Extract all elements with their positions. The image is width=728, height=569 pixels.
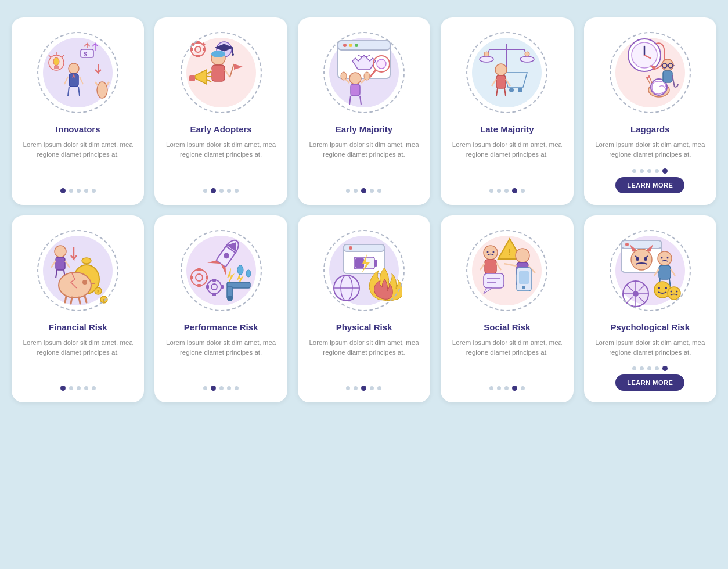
dots-financial-risk	[60, 386, 96, 391]
card-psychological-risk: Psychological Risk Lorem ipsum dolor sit…	[584, 215, 716, 403]
illustration-early-adopters	[178, 29, 265, 116]
dot-3	[370, 386, 374, 390]
card-desc-financial-risk: Lorem ipsum dolor sit dim amet, mea regi…	[21, 338, 135, 358]
dot-4	[662, 366, 668, 371]
card-desc-physical-risk: Lorem ipsum dolor sit dim amet, mea regi…	[307, 338, 421, 358]
card-desc-innovators: Lorem ipsum dolor sit dim amet, mea regi…	[21, 140, 135, 160]
illustration-financial-risk: $	[34, 227, 121, 314]
card-title-physical-risk: Physical Risk	[336, 322, 392, 332]
dots-performance-risk	[203, 386, 239, 391]
dot-1	[69, 189, 73, 193]
dot-3	[370, 189, 374, 193]
dot-1	[640, 366, 644, 370]
card-desc-laggards: Lorem ipsum dolor sit dim amet, mea regi…	[593, 140, 707, 160]
dots-early-adopters	[203, 188, 239, 193]
dot-3	[512, 188, 517, 193]
cards-row-2: $	[12, 215, 716, 403]
dot-2	[361, 188, 366, 193]
dot-0	[632, 169, 636, 173]
dot-4	[92, 386, 96, 390]
card-title-laggards: Laggards	[630, 124, 670, 134]
card-desc-performance-risk: Lorem ipsum dolor sit dim amet, mea regi…	[164, 338, 277, 358]
dot-4	[92, 189, 96, 193]
dots-late-majority	[489, 188, 525, 193]
illustration-early-majority	[320, 29, 408, 116]
card-title-social-risk: Social Risk	[484, 322, 530, 332]
dot-3	[227, 386, 231, 390]
dot-2	[219, 189, 224, 193]
card-performance-risk: Performance Risk Lorem ipsum dolor sit d…	[154, 215, 287, 403]
dot-0	[203, 386, 207, 390]
illustration-social-risk: !	[463, 227, 550, 314]
dot-4	[235, 189, 239, 193]
dot-3	[655, 366, 659, 370]
dot-0	[346, 386, 350, 390]
card-desc-late-majority: Lorem ipsum dolor sit dim amet, mea regi…	[450, 140, 564, 160]
dot-0	[489, 386, 493, 390]
dot-1	[211, 386, 216, 391]
cards-row-1: $	[12, 17, 716, 205]
dot-4	[521, 189, 525, 193]
card-title-psychological-risk: Psychological Risk	[610, 322, 690, 332]
learn-more-button-laggards[interactable]: LEARN MORE	[615, 177, 684, 193]
card-title-performance-risk: Performance Risk	[184, 322, 258, 332]
card-social-risk: !	[441, 215, 573, 403]
card-desc-psychological-risk: Lorem ipsum dolor sit dim amet, mea regi…	[593, 338, 707, 358]
dot-1	[497, 189, 501, 193]
card-innovators: $	[12, 17, 144, 205]
dot-1	[497, 386, 501, 390]
dot-0	[346, 189, 350, 193]
card-desc-social-risk: Lorem ipsum dolor sit dim amet, mea regi…	[450, 338, 564, 358]
dot-0	[203, 189, 207, 193]
dot-0	[489, 189, 493, 193]
dots-physical-risk	[346, 386, 381, 391]
dot-0	[60, 188, 66, 193]
illustration-laggards	[607, 29, 694, 116]
dot-1	[211, 188, 216, 193]
dot-1	[354, 386, 358, 390]
dot-4	[377, 386, 381, 390]
card-late-majority: Late Majority Lorem ipsum dolor sit dim …	[441, 17, 573, 205]
dot-2	[219, 386, 224, 390]
illustration-physical-risk	[320, 227, 408, 314]
dot-2	[647, 366, 651, 370]
illustration-psychological-risk	[607, 227, 694, 314]
card-title-late-majority: Late Majority	[480, 124, 534, 134]
card-title-innovators: Innovators	[56, 124, 100, 134]
dot-1	[69, 386, 73, 390]
dot-3	[227, 189, 231, 193]
dot-4	[662, 168, 668, 174]
dot-3	[84, 386, 88, 390]
dot-4	[235, 386, 239, 390]
dot-1	[640, 169, 644, 173]
dot-0	[632, 366, 636, 370]
dot-3	[512, 386, 517, 391]
dot-2	[504, 189, 509, 193]
dot-2	[77, 386, 81, 390]
learn-more-button-psychological-risk[interactable]: LEARN MORE	[615, 374, 684, 391]
dot-4	[521, 386, 525, 390]
dots-innovators	[60, 188, 96, 193]
card-early-majority: Early Majority Lorem ipsum dolor sit dim…	[298, 17, 430, 205]
illustration-innovators: $	[34, 29, 121, 116]
illustration-performance-risk	[178, 227, 265, 314]
card-laggards: Laggards Lorem ipsum dolor sit dim amet,…	[584, 17, 716, 205]
card-title-early-majority: Early Majority	[336, 124, 392, 134]
card-title-early-adopters: Early Adopters	[190, 124, 252, 134]
dot-2	[361, 386, 366, 391]
dots-psychological-risk	[632, 366, 668, 371]
card-desc-early-adopters: Lorem ipsum dolor sit dim amet, mea regi…	[164, 140, 277, 160]
dot-3	[84, 189, 88, 193]
card-financial-risk: $	[12, 215, 144, 403]
dot-2	[647, 169, 651, 173]
dot-3	[655, 169, 659, 173]
dot-4	[377, 189, 381, 193]
card-early-adopters: Early Adopters Lorem ipsum dolor sit dim…	[154, 17, 287, 205]
dot-0	[60, 386, 66, 391]
dots-early-majority	[346, 188, 381, 193]
dots-social-risk	[489, 386, 525, 391]
card-desc-early-majority: Lorem ipsum dolor sit dim amet, mea regi…	[307, 140, 421, 160]
card-physical-risk: Physical Risk Lorem ipsum dolor sit dim …	[298, 215, 430, 403]
dot-1	[354, 189, 358, 193]
dot-2	[77, 189, 81, 193]
